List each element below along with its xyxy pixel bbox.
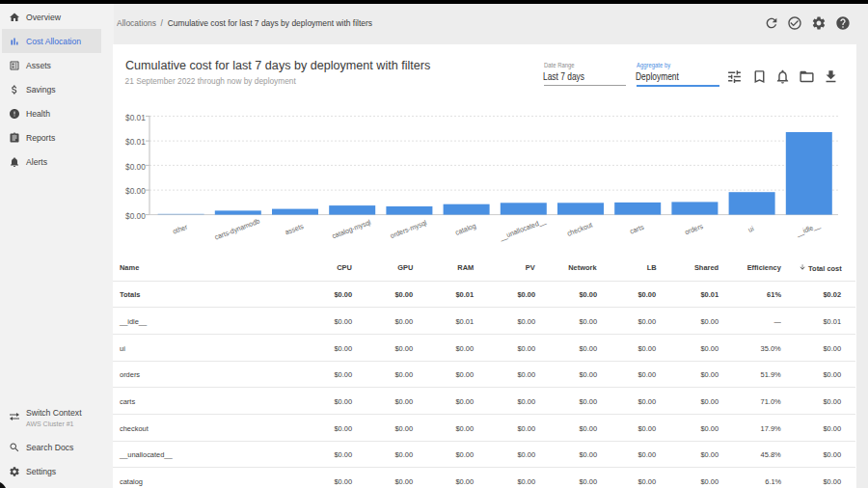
svg-text:__unallocated__: __unallocated__ (498, 216, 548, 243)
svg-text:__idle__: __idle__ (794, 220, 822, 238)
svg-text:assets: assets (284, 221, 305, 236)
svg-text:carts-dynamodb: carts-dynamodb (213, 216, 260, 241)
svg-text:ui: ui (746, 224, 755, 234)
svg-text:catalog: catalog (454, 221, 477, 237)
svg-text:orders-mysql: orders-mysql (389, 218, 428, 240)
svg-text:orders: orders (684, 222, 705, 237)
svg-text:$0.01: $0.01 (125, 112, 146, 122)
svg-text:$0.00: $0.00 (125, 161, 146, 171)
svg-text:carts: carts (629, 222, 646, 235)
svg-text:checkout: checkout (566, 220, 594, 238)
svg-text:$0.00: $0.00 (125, 211, 146, 221)
svg-text:$0.01: $0.01 (125, 137, 146, 147)
svg-text:other: other (172, 222, 190, 236)
svg-text:catalog-mysql: catalog-mysql (331, 217, 372, 240)
svg-text:$0.00: $0.00 (125, 186, 146, 196)
